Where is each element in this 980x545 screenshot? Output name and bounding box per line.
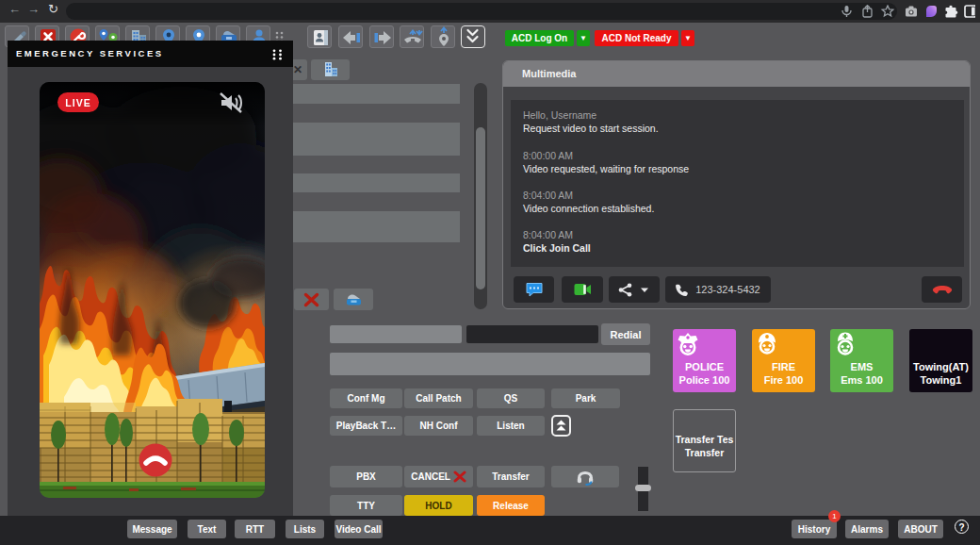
svg-text:LIVE: LIVE xyxy=(65,97,90,108)
